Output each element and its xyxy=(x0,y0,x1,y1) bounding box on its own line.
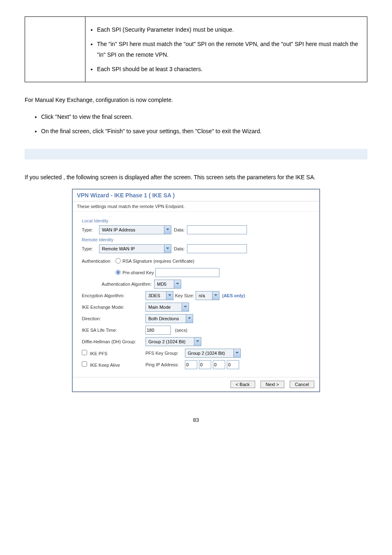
table-right-cell: Each SPI (Security Parameter Index) must… xyxy=(85,17,367,82)
ping-ip-octet-4[interactable] xyxy=(227,360,239,369)
ping-ip-octet-1[interactable] xyxy=(185,360,197,369)
type-label: Type: xyxy=(82,227,99,232)
encryption-algo-label: Encryption Algorithm: xyxy=(82,293,145,298)
auth-algo-label: Authentication Algorithm: xyxy=(82,282,154,287)
instruction-item: On the final screen, click "Finish" to s… xyxy=(41,126,367,137)
manual-key-complete-text: For Manual Key Exchange, configuration i… xyxy=(25,95,367,106)
ike-keep-alive-checkbox[interactable] xyxy=(82,361,87,367)
ping-ip-octet-2[interactable] xyxy=(199,360,211,369)
ike-pfs-label: IKE PFS xyxy=(90,351,107,356)
instruction-item: Click "Next" to view the final screen. xyxy=(41,111,367,123)
ike-keep-alive-label: IKE Keep Alive xyxy=(90,363,120,368)
page-number: 83 xyxy=(25,417,367,423)
data-label: Data: xyxy=(174,227,184,232)
local-type-select[interactable]: WAN IP Address xyxy=(99,225,171,234)
sa-life-time-input[interactable] xyxy=(145,326,171,335)
remote-type-select[interactable]: Remote WAN IP xyxy=(99,244,171,253)
ike-exchange-mode-select[interactable]: Main Mode xyxy=(145,303,189,312)
preshared-key-input[interactable] xyxy=(155,268,219,277)
sa-life-time-label: IKE SA Life Time: xyxy=(82,328,145,333)
ping-ip-octet-3[interactable] xyxy=(213,360,225,369)
secs-label: (secs) xyxy=(175,328,187,333)
wizard-title: VPN Wizard - IKE Phase 1 ( IKE SA ) xyxy=(73,190,319,201)
key-size-select[interactable]: n/a xyxy=(196,291,219,300)
data-label: Data: xyxy=(174,246,184,251)
table-left-cell xyxy=(25,17,85,82)
pfs-key-group-select[interactable]: Group 2 (1024 Bit) xyxy=(185,349,241,358)
vpn-wizard-panel: VPN Wizard - IKE Phase 1 ( IKE SA ) Thes… xyxy=(72,189,320,392)
encryption-algo-select[interactable]: 3DES xyxy=(145,291,173,300)
cancel-button[interactable]: Cancel xyxy=(290,381,314,388)
direction-label: Direction: xyxy=(82,316,145,321)
rsa-signature-label: RSA Signature (requires Certificate) xyxy=(122,259,194,264)
ike-pfs-checkbox[interactable] xyxy=(82,350,87,355)
rsa-signature-radio[interactable] xyxy=(115,258,121,264)
spi-bullet: Each SPI (Security Parameter Index) must… xyxy=(97,24,364,35)
next-button[interactable]: Next > xyxy=(261,381,284,388)
key-size-label: Key Size: xyxy=(175,293,194,298)
aes-only-note: (AES only) xyxy=(222,293,245,298)
wizard-subtitle: These settings must match the remote VPN… xyxy=(73,201,319,212)
ike-intro-text: If you selected , the following screen i… xyxy=(25,172,367,183)
section-heading-bar xyxy=(25,149,367,160)
spi-bullet: The "in" SPI here must match the "out" S… xyxy=(97,39,364,60)
dh-group-label: Diffie-Hellman (DH) Group: xyxy=(82,339,145,344)
remote-data-input[interactable] xyxy=(187,244,247,253)
spi-bullet: Each SPI should be at least 3 characters… xyxy=(97,64,364,75)
preshared-key-radio[interactable] xyxy=(115,270,121,275)
authentication-label: Authentication xyxy=(82,259,115,264)
auth-algo-select[interactable]: MD5 xyxy=(154,280,181,289)
ike-exchange-mode-label: IKE Exchange Mode: xyxy=(82,305,145,310)
local-identity-label: Local Identity xyxy=(82,218,312,223)
back-button[interactable]: < Back xyxy=(231,381,255,388)
remote-identity-label: Remote Identity xyxy=(82,237,312,242)
preshared-key-label: Pre-shared Key xyxy=(122,270,154,275)
pfs-key-group-label: PFS Key Group: xyxy=(145,351,185,356)
direction-select[interactable]: Both Directions xyxy=(145,314,193,323)
type-label: Type: xyxy=(82,246,99,251)
spi-info-table: Each SPI (Security Parameter Index) must… xyxy=(25,16,367,82)
dh-group-select[interactable]: Group 2 (1024 Bit) xyxy=(145,337,201,346)
local-data-input[interactable] xyxy=(187,225,247,234)
ping-ip-label: Ping IP Address: xyxy=(145,362,185,367)
